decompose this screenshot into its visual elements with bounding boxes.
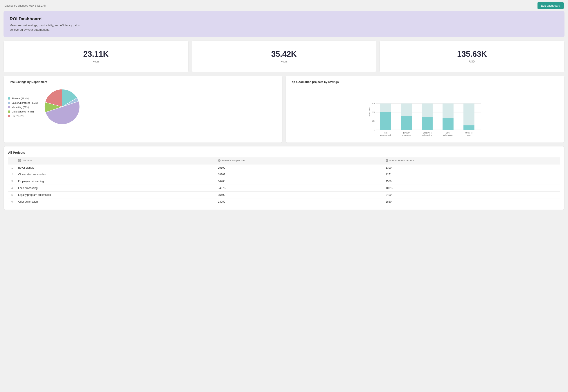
svg-text:Risk: Risk	[384, 132, 388, 134]
row-num: 4	[8, 185, 16, 192]
row-hours: 3300	[383, 164, 560, 171]
row-cost: 15600	[216, 192, 383, 198]
row-usecase: Offer automation	[16, 198, 216, 205]
row-hours: 4500	[383, 178, 560, 185]
col-cost-header: 00 Sum of Cost per run	[216, 157, 383, 164]
svg-text:A: A	[19, 160, 20, 161]
bar-teal-4	[463, 126, 475, 130]
bar-light-2	[422, 103, 433, 117]
pie-legend: Finance (16.4%) Sales Operations (3.5%) …	[8, 97, 38, 117]
metrics-row: 23.11K Hours 35.42K Hours 135.63K USD	[3, 41, 565, 72]
row-num: 6	[8, 198, 16, 205]
metric-value-1: 35.42K	[196, 50, 372, 59]
col-num-header	[8, 157, 16, 164]
svg-text:cash: cash	[467, 134, 471, 136]
main-content: ROI Dashboard Measure cost savings, prod…	[0, 11, 568, 213]
row-hours: 10815	[383, 185, 560, 192]
row-num: 3	[8, 178, 16, 185]
table-row: 5 Loyalty program automation 15600 2400	[8, 192, 560, 198]
bar-chart-area: USD Saved 0 10k 20k 30k Risk	[290, 87, 560, 138]
row-cost: 5407.5	[216, 185, 383, 192]
pie-chart-title: Time Savings by Department	[8, 80, 278, 84]
svg-text:Offer: Offer	[446, 132, 450, 134]
row-usecase: Closed deal summaries	[16, 171, 216, 178]
legend-label-4: HR (20.8%)	[12, 115, 24, 117]
pie-svg	[42, 87, 82, 127]
svg-text:Order to: Order to	[465, 132, 473, 134]
bar-light-0	[380, 103, 391, 112]
legend-item-3: Data Science (9.3%)	[8, 110, 38, 113]
table-row: 6 Offer automation 13050 2850	[8, 198, 560, 205]
hero-card: ROI Dashboard Measure cost savings, prod…	[3, 11, 565, 37]
row-hours: 1251	[383, 171, 560, 178]
legend-dot-2	[8, 106, 10, 108]
svg-text:00: 00	[386, 160, 388, 161]
bar-teal-3	[443, 118, 454, 130]
projects-table: A Use case 00 Sum of Cost per run 00	[8, 157, 560, 205]
hero-title: ROI Dashboard	[10, 16, 558, 21]
legend-label-3: Data Science (9.3%)	[12, 110, 34, 113]
row-usecase: Buyer signals	[16, 164, 216, 171]
charts-row: Time Savings by Department Finance (16.4…	[3, 76, 565, 143]
svg-text:assessment: assessment	[380, 134, 391, 136]
metric-card-1: 35.42K Hours	[192, 41, 377, 72]
row-cost: 14700	[216, 178, 383, 185]
bar-chart-title: Top automation projects by savings	[290, 80, 560, 84]
table-body: 1 Buyer signals 15300 3300 2 Closed deal…	[8, 164, 560, 205]
col-usecase-header: A Use case	[16, 157, 216, 164]
row-hours: 2400	[383, 192, 560, 198]
top-bar: Dashboard changed May 6 7:51 AM Edit das…	[0, 0, 568, 11]
table-row: 4 Lead processing 5407.5 10815	[8, 185, 560, 192]
legend-dot-1	[8, 102, 10, 104]
metric-value-0: 23.11K	[8, 50, 184, 59]
hero-description: Measure cost savings, productivity, and …	[10, 23, 89, 32]
metric-label-1: Hours	[196, 60, 372, 63]
pie-chart-card: Time Savings by Department Finance (16.4…	[3, 76, 283, 143]
legend-item-0: Finance (16.4%)	[8, 97, 38, 100]
row-cost: 18209	[216, 171, 383, 178]
legend-dot-0	[8, 97, 10, 99]
svg-text:10k: 10k	[372, 120, 375, 122]
legend-dot-3	[8, 111, 10, 113]
metric-card-2: 135.63K USD	[379, 41, 565, 72]
bar-light-3	[443, 103, 454, 118]
legend-label-2: Marketing (50%)	[12, 106, 30, 109]
row-num: 2	[8, 171, 16, 178]
table-row: 3 Employee onboarding 14700 4500	[8, 178, 560, 185]
svg-text:00: 00	[218, 160, 220, 161]
svg-text:USD Saved: USD Saved	[369, 107, 371, 117]
bar-light-4	[463, 103, 475, 126]
svg-text:0: 0	[374, 129, 375, 131]
pie-chart-container: Finance (16.4%) Sales Operations (3.5%) …	[8, 87, 278, 127]
edit-dashboard-button[interactable]: Edit dashboard	[538, 2, 564, 9]
row-cost: 15300	[216, 164, 383, 171]
legend-item-2: Marketing (50%)	[8, 106, 38, 109]
row-usecase: Employee onboarding	[16, 178, 216, 185]
cost-col-icon: 00 Sum of Cost per run	[218, 159, 245, 162]
dashboard-changed-text: Dashboard changed May 6 7:51 AM	[4, 4, 46, 7]
metric-card-0: 23.11K Hours	[3, 41, 189, 72]
hours-col-icon: 00 Sum of Hours per run	[386, 159, 414, 162]
svg-text:Loyalty: Loyalty	[403, 132, 410, 134]
col-hours-header: 00 Sum of Hours per run	[383, 157, 560, 164]
row-num: 5	[8, 192, 16, 198]
bar-chart-card: Top automation projects by savings USD S…	[285, 76, 565, 143]
bar-chart-svg: USD Saved 0 10k 20k 30k Risk	[290, 87, 560, 138]
svg-text:program...: program...	[402, 134, 411, 136]
table-title: All Projects	[8, 151, 560, 154]
bar-light-1	[401, 103, 412, 116]
bar-teal-0	[380, 112, 391, 130]
table-header-row: A Use case 00 Sum of Cost per run 00	[8, 157, 560, 164]
row-cost: 13050	[216, 198, 383, 205]
table-row: 1 Buyer signals 15300 3300	[8, 164, 560, 171]
legend-label-0: Finance (16.4%)	[12, 97, 30, 100]
table-card: All Projects A Use case 00 Sum of Cost p	[3, 146, 565, 210]
bar-teal-2	[422, 117, 433, 130]
row-usecase: Lead processing	[16, 185, 216, 192]
bar-teal-1	[401, 116, 412, 130]
legend-item-1: Sales Operations (3.5%)	[8, 101, 38, 104]
svg-text:20k: 20k	[372, 111, 375, 113]
svg-text:onboarding: onboarding	[422, 134, 432, 136]
metric-label-0: Hours	[8, 60, 184, 63]
table-row: 2 Closed deal summaries 18209 1251	[8, 171, 560, 178]
